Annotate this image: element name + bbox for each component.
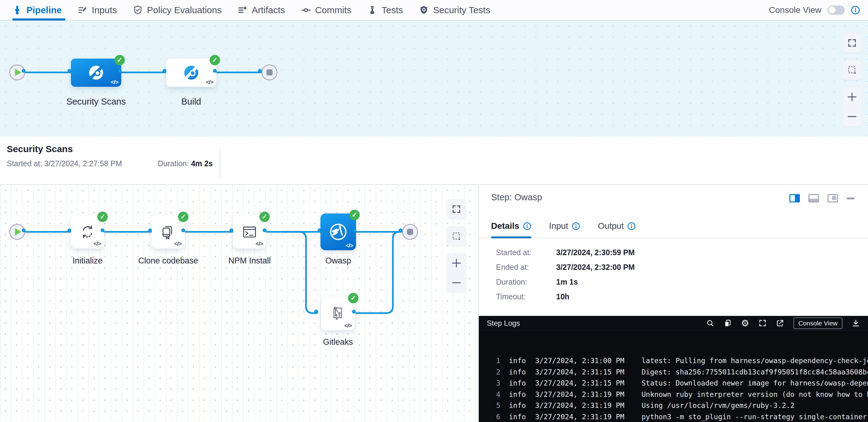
success-check-icon: ✓ — [348, 293, 359, 303]
log-message: Unknown ruby interpreter version (do not… — [642, 389, 868, 400]
success-check-icon: ✓ — [259, 212, 270, 222]
log-line-number: 2 — [487, 366, 500, 378]
log-timestamp: 3/27/2024, 2:31:15 PM — [535, 366, 624, 378]
clone-codebase-icon — [159, 223, 177, 241]
step-node-npm-install[interactable]: ✓ </> — [233, 215, 266, 249]
search-icon[interactable] — [706, 319, 714, 327]
log-line-number: 1 — [487, 355, 500, 366]
step-label: Initialize — [57, 256, 118, 266]
tab-security-tests[interactable]: Security Tests — [411, 0, 498, 20]
code-icon: </> — [346, 242, 353, 249]
step-node-gitleaks[interactable]: ✓ </> — [321, 297, 355, 330]
zoom-in-button[interactable] — [451, 258, 462, 268]
info-icon[interactable] — [627, 222, 636, 230]
external-link-icon[interactable] — [776, 319, 784, 327]
log-level: info — [509, 366, 526, 378]
tab-details[interactable]: Details — [491, 215, 531, 238]
port — [314, 310, 318, 314]
tab-label: Inputs — [92, 5, 117, 15]
port — [118, 69, 122, 73]
step-label: Owasp — [308, 256, 369, 266]
port — [181, 228, 185, 232]
stage-node-security-scans[interactable]: ✓ </> — [71, 59, 121, 87]
step-end-node[interactable] — [402, 224, 418, 240]
zoom-out-button[interactable] — [847, 111, 857, 122]
copy-icon[interactable] — [723, 319, 732, 327]
port — [148, 228, 152, 232]
info-icon[interactable] — [523, 222, 531, 230]
tab-artifacts[interactable]: Artifacts — [229, 0, 293, 20]
port — [22, 228, 26, 232]
stage-graph-canvas[interactable]: ✓ </> Security Scans ✓ </> Build — [0, 21, 868, 136]
tab-commits[interactable]: Commits — [293, 0, 360, 20]
tab-output[interactable]: Output — [598, 215, 636, 238]
stop-icon — [407, 229, 413, 235]
log-lines[interactable]: 1info3/27/2024, 2:31:00 PMlatest: Pullin… — [479, 331, 868, 422]
tab-input[interactable]: Input — [549, 215, 580, 238]
stage-node-build[interactable]: ✓ </> — [166, 59, 216, 87]
detail-label: Started at: — [496, 248, 556, 257]
step-logs-section: Step Logs ⚙ — [479, 316, 868, 422]
stage-label: Build — [160, 97, 222, 107]
detail-label: Ended at: — [496, 263, 556, 272]
panel-view-controls — [789, 194, 855, 202]
expand-canvas-button[interactable] — [446, 199, 466, 219]
step-panel-tabs: Details Input Output — [479, 215, 868, 238]
stage-end-node[interactable] — [261, 64, 277, 80]
port — [353, 228, 356, 232]
log-line: 4info3/27/2024, 2:31:19 PMUnknown ruby i… — [479, 389, 868, 400]
stage-started-at: Started at: 3/27/2024, 2:27:58 PM — [7, 159, 122, 168]
log-line: 5info3/27/2024, 2:31:19 PMUsing /usr/loc… — [479, 400, 868, 411]
info-icon[interactable] — [572, 222, 580, 230]
log-line-number: 3 — [487, 378, 500, 389]
info-icon[interactable] — [851, 5, 860, 15]
download-icon[interactable] — [852, 319, 860, 327]
success-check-icon: ✓ — [115, 55, 125, 65]
console-view-button[interactable]: Console View — [794, 317, 842, 329]
step-node-initialize[interactable]: ✓ </> — [71, 215, 104, 249]
stage-duration: Duration: 4m 2s — [158, 159, 213, 168]
log-level: info — [509, 389, 526, 400]
detail-row: Duration: 1m 1s — [496, 278, 635, 287]
log-timestamp: 3/27/2024, 2:31:15 PM — [535, 378, 624, 389]
code-icon: </> — [111, 79, 118, 86]
detail-row: Started at: 3/27/2024, 2:30:59 PM — [496, 248, 635, 257]
security-scans-stage-icon — [86, 63, 106, 83]
tab-label: Artifacts — [252, 5, 285, 15]
step-details-panel: Step: Owasp Details Input — [478, 185, 868, 422]
inputs-icon — [78, 5, 88, 15]
log-level: info — [509, 378, 526, 389]
log-line: 6info3/27/2024, 2:31:19 PMpython3 -m sto… — [479, 411, 868, 422]
artifacts-icon — [238, 5, 247, 15]
detail-row: Ended at: 3/27/2024, 2:32:00 PM — [496, 263, 635, 272]
split-right-view-icon[interactable] — [789, 194, 800, 202]
log-message: python3 -m sto_plugin --run-strategy sin… — [642, 411, 867, 422]
log-message: Status: Downloaded newer image for harne… — [642, 378, 868, 389]
step-graph-canvas[interactable]: ✓ </> Initialize ✓ </> Clone codebase — [0, 185, 478, 422]
step-node-owasp[interactable]: ✓ </> — [320, 214, 356, 250]
expand-canvas-button[interactable] — [842, 33, 862, 53]
tab-inputs[interactable]: Inputs — [70, 0, 125, 20]
floating-view-icon[interactable] — [828, 194, 838, 202]
stop-icon — [267, 69, 273, 75]
marquee-select-button[interactable] — [446, 226, 466, 246]
tab-pipeline[interactable]: Pipeline — [12, 0, 70, 20]
log-line: 3info3/27/2024, 2:31:15 PMStatus: Downlo… — [479, 378, 868, 389]
console-view-toggle[interactable] — [828, 5, 845, 15]
success-check-icon: ✓ — [97, 212, 108, 222]
zoom-in-button[interactable] — [847, 92, 857, 102]
detail-label: Duration: — [496, 278, 556, 287]
minimize-panel-icon[interactable] — [846, 197, 855, 199]
console-view-label: Console View — [769, 5, 822, 15]
marquee-select-button[interactable] — [842, 60, 862, 80]
bottom-view-icon[interactable] — [808, 194, 819, 202]
code-icon: </> — [344, 322, 352, 329]
tab-label: Details — [491, 221, 519, 231]
zoom-controls — [446, 253, 466, 293]
step-node-clone-codebase[interactable]: ✓ </> — [152, 215, 185, 249]
fullscreen-icon[interactable] — [758, 319, 767, 327]
settings-icon[interactable]: ⚙ — [741, 319, 749, 328]
tab-tests[interactable]: Tests — [360, 0, 411, 20]
zoom-out-button[interactable] — [451, 278, 462, 288]
tab-policy-evaluations[interactable]: Policy Evaluations — [125, 0, 229, 20]
